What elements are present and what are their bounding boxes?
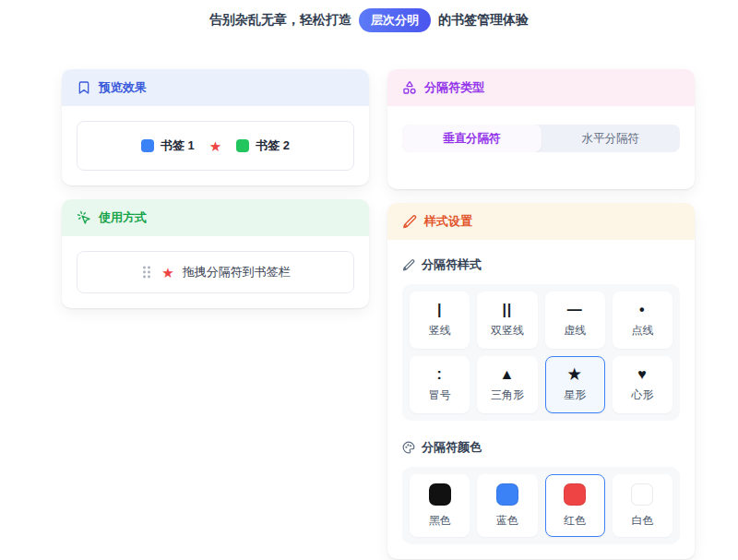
separator-color-label-row: 分隔符颜色 [402, 439, 680, 456]
separator-star-icon: ★ [209, 139, 221, 153]
star-shape-label: 星形 [564, 387, 586, 403]
style-settings-card: 样式设置 分隔符样式 | 竖线 || [387, 203, 695, 559]
bookmark-icon [77, 80, 91, 95]
tab-vertical-separator[interactable]: 垂直分隔符 [402, 125, 542, 152]
bookmark-2: 书签 2 [236, 137, 290, 154]
dashed-line-label: 虚线 [564, 323, 586, 339]
separator-type-tabs: 垂直分隔符 水平分隔符 [402, 125, 680, 152]
separator-type-card: 分隔符类型 垂直分隔符 水平分隔符 [387, 69, 695, 189]
white-swatch [631, 483, 653, 506]
black-label: 黑色 [429, 513, 451, 529]
preview-card-body: 书签 1 ★ 书签 2 [62, 106, 369, 185]
separator-type-body: 垂直分隔符 水平分隔符 [387, 106, 695, 189]
style-option-dashed-line[interactable]: — 虚线 [545, 292, 605, 349]
hero-text-after: 的书签管理体验 [438, 12, 529, 29]
type-card-spacer [402, 152, 680, 174]
double-line-glyph: || [502, 302, 512, 317]
bookmark-bar-preview: 书签 1 ★ 书签 2 [77, 121, 354, 171]
left-column: 预览效果 书签 1 ★ 书签 2 [62, 69, 369, 559]
colon-label: 冒号 [429, 387, 451, 403]
style-option-triangle[interactable]: ▲ 三角形 [477, 356, 537, 413]
bookmark-1: 书签 1 [141, 137, 195, 154]
separator-color-label: 分隔符颜色 [422, 439, 482, 456]
blue-swatch [496, 483, 518, 506]
separator-style-grid: | 竖线 || 双竖线 — 虚线 • 点线 [402, 284, 680, 421]
dotted-line-label: 点线 [631, 323, 653, 339]
preview-card: 预览效果 书签 1 ★ 书签 2 [62, 69, 369, 185]
shapes-icon [402, 80, 417, 95]
style-settings-title: 样式设置 [424, 213, 472, 230]
heart-label: 心形 [631, 387, 653, 403]
vertical-line-glyph: | [437, 302, 442, 317]
usage-card-header: 使用方式 [62, 199, 369, 236]
hero-tagline: 告别杂乱无章，轻松打造 层次分明 的书签管理体验 [0, 8, 738, 32]
pointer-click-icon [77, 210, 91, 225]
tab-horizontal-separator[interactable]: 水平分隔符 [542, 125, 681, 152]
separator-color-grid: 黑色 蓝色 红色 白色 [402, 467, 680, 544]
preview-card-title: 预览效果 [99, 79, 147, 96]
color-option-red[interactable]: 红色 [545, 474, 605, 537]
pen-small-icon [402, 258, 415, 271]
color-option-white[interactable]: 白色 [613, 474, 673, 537]
star-shape-glyph: ★ [567, 366, 581, 382]
colon-glyph: : [436, 366, 442, 382]
palette-icon [402, 441, 415, 454]
dashed-line-glyph: — [567, 302, 583, 317]
separator-type-header: 分隔符类型 [387, 69, 695, 106]
black-swatch [429, 483, 451, 506]
style-option-star[interactable]: ★ 星形 [545, 356, 605, 413]
preview-card-header: 预览效果 [62, 69, 369, 106]
separator-style-label-row: 分隔符样式 [402, 256, 680, 273]
triangle-label: 三角形 [491, 387, 524, 403]
double-line-label: 双竖线 [491, 323, 524, 339]
blue-label: 蓝色 [496, 513, 518, 529]
pen-icon [402, 214, 417, 229]
main-grid: 预览效果 书签 1 ★ 书签 2 [62, 69, 695, 559]
style-settings-body: 分隔符样式 | 竖线 || 双竖线 — 虚线 [387, 240, 695, 559]
drag-separator-handle[interactable]: ★ 拖拽分隔符到书签栏 [77, 251, 354, 293]
vertical-line-label: 竖线 [429, 323, 451, 339]
dotted-line-glyph: • [639, 302, 646, 317]
white-label: 白色 [631, 513, 653, 529]
heart-glyph: ♥ [637, 366, 648, 382]
bookmark-1-favicon [141, 139, 154, 152]
drag-star-icon: ★ [161, 266, 173, 280]
separator-style-label: 分隔符样式 [422, 256, 482, 273]
separator-color-section: 分隔符颜色 黑色 蓝色 [402, 439, 680, 544]
grip-dots-icon [140, 265, 153, 280]
page: 告别杂乱无章，轻松打造 层次分明 的书签管理体验 预览效果 书签 1 [0, 0, 738, 559]
red-label: 红色 [564, 513, 586, 529]
style-option-colon[interactable]: : 冒号 [410, 356, 470, 413]
color-option-blue[interactable]: 蓝色 [477, 474, 537, 537]
style-option-dotted-line[interactable]: • 点线 [613, 292, 673, 349]
style-option-heart[interactable]: ♥ 心形 [613, 356, 673, 413]
separator-type-title: 分隔符类型 [424, 79, 484, 96]
usage-card: 使用方式 ★ 拖拽分隔符到书签栏 [62, 199, 369, 308]
bookmark-2-label: 书签 2 [256, 137, 290, 154]
right-column: 分隔符类型 垂直分隔符 水平分隔符 样式设置 [387, 69, 695, 559]
triangle-glyph: ▲ [499, 366, 515, 382]
usage-card-title: 使用方式 [99, 209, 147, 226]
bookmark-1-label: 书签 1 [161, 137, 195, 154]
style-option-vertical-line[interactable]: | 竖线 [410, 292, 470, 349]
red-swatch [564, 483, 586, 506]
style-settings-header: 样式设置 [387, 203, 695, 240]
color-option-black[interactable]: 黑色 [410, 474, 470, 537]
drag-hint-text: 拖拽分隔符到书签栏 [183, 264, 291, 280]
bookmark-2-favicon [236, 139, 249, 152]
hero-badge: 层次分明 [359, 8, 431, 32]
style-option-double-line[interactable]: || 双竖线 [477, 292, 537, 349]
hero-text-before: 告别杂乱无章，轻松打造 [209, 12, 351, 29]
usage-card-body: ★ 拖拽分隔符到书签栏 [62, 236, 369, 308]
